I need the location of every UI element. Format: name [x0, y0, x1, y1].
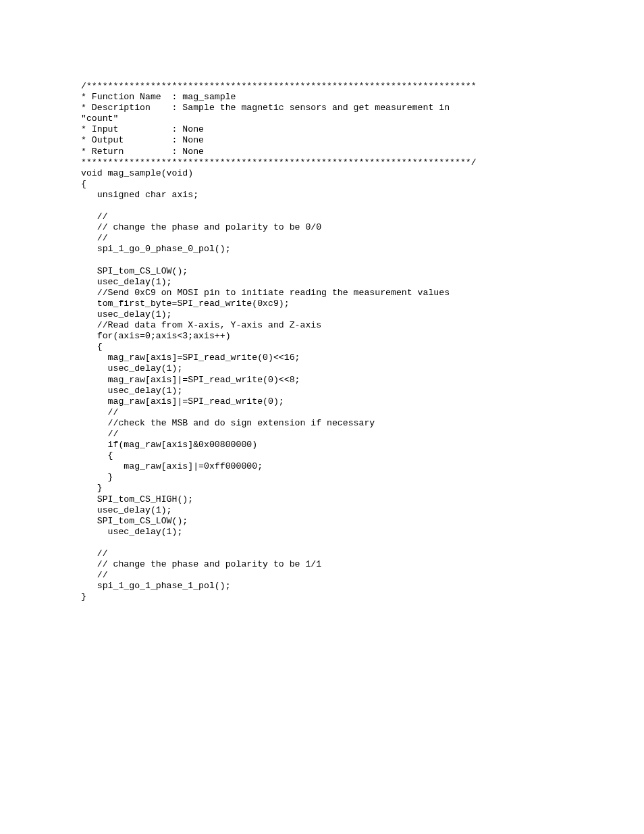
code-page: /***************************************…: [0, 0, 644, 603]
code-block: /***************************************…: [81, 81, 477, 602]
